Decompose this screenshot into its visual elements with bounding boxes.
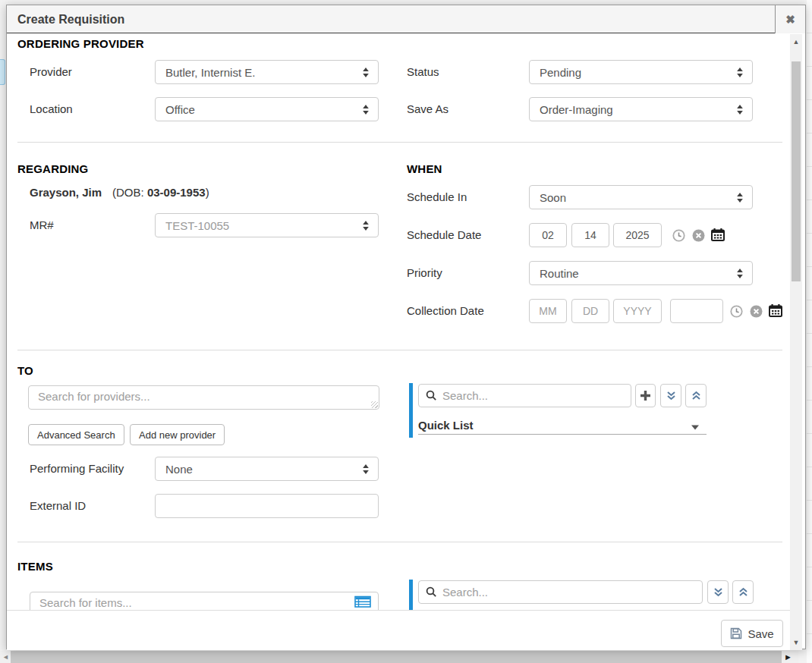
items-quick-search-input[interactable] [418, 580, 703, 604]
horizontal-scrollbar-thumb[interactable] [11, 651, 782, 663]
search-icon [426, 390, 437, 401]
double-chevron-down-icon[interactable] [707, 580, 729, 604]
performing-facility-label: Performing Facility [30, 462, 124, 475]
dialog-vertical-scrollbar[interactable]: ▲ ▼ [790, 34, 802, 650]
patient-info: Grayson, Jim (DOB: 03-09-1953 ) [30, 186, 209, 199]
location-select-value: Office [165, 103, 356, 116]
schedule-date-year-input[interactable] [613, 223, 662, 247]
section-divider [17, 542, 782, 542]
items-list-icon[interactable] [354, 595, 371, 610]
clear-icon[interactable] [748, 303, 763, 319]
location-select[interactable]: Office [155, 97, 379, 121]
external-id-input[interactable] [155, 494, 379, 518]
calendar-icon[interactable] [710, 227, 725, 242]
items-search-input[interactable] [30, 592, 379, 610]
performing-facility-select-value: None [165, 463, 356, 476]
priority-label: Priority [407, 266, 442, 279]
save-button[interactable]: Save [721, 620, 783, 647]
dob-value: 03-09-1953 [147, 186, 206, 199]
status-label: Status [407, 65, 439, 78]
close-icon[interactable]: ✖ [775, 5, 805, 33]
collection-date-label: Collection Date [407, 304, 484, 317]
section-divider [17, 142, 782, 143]
save-as-select[interactable]: Order-Imaging [529, 97, 753, 121]
scroll-right-icon[interactable]: ► [784, 653, 792, 661]
quick-list-accent-bar [409, 383, 413, 438]
items-quick-search [418, 580, 703, 604]
background-button-fragment [0, 59, 5, 85]
collection-time-input[interactable] [670, 299, 723, 323]
section-divider [17, 350, 782, 350]
priority-select[interactable]: Routine [529, 261, 753, 285]
add-new-provider-button[interactable]: Add new provider [130, 424, 225, 445]
updown-arrow-icon [362, 104, 370, 115]
collection-date-year-input[interactable] [613, 299, 662, 323]
schedule-date-day-input[interactable] [571, 223, 609, 247]
to-heading: TO [17, 364, 33, 377]
double-chevron-up-icon[interactable] [732, 580, 754, 604]
provider-quick-search [418, 384, 631, 407]
items-accent-bar [409, 580, 413, 610]
screen: ◄ ► Create Requisition ✖ ORDERING PROVID… [0, 0, 812, 663]
dialog-footer: Save [7, 610, 790, 650]
calendar-icon[interactable] [768, 303, 783, 318]
schedule-in-select-value: Soon [540, 191, 730, 204]
regarding-heading: REGARDING [17, 162, 88, 175]
quick-list-underline [418, 434, 707, 435]
resize-grip[interactable] [371, 401, 378, 408]
provider-quick-search-input[interactable] [418, 384, 631, 407]
location-label: Location [30, 102, 73, 115]
clock-icon[interactable] [671, 228, 686, 243]
schedule-in-label: Schedule In [407, 190, 467, 203]
dob-suffix: ) [206, 186, 209, 199]
clock-icon[interactable] [729, 303, 744, 319]
priority-select-value: Routine [540, 267, 730, 280]
caret-down-icon[interactable] [691, 420, 700, 434]
save-as-select-value: Order-Imaging [540, 103, 730, 116]
performing-facility-select[interactable]: None [155, 457, 379, 481]
patient-name: Grayson, Jim [30, 186, 102, 199]
mr-label: MR# [30, 218, 54, 231]
status-select[interactable]: Pending [529, 60, 753, 84]
dialog-title: Create Requisition [17, 5, 124, 33]
schedule-in-select[interactable]: Soon [529, 185, 753, 209]
mr-select-value: TEST-10055 [165, 219, 356, 232]
plus-icon[interactable] [635, 384, 656, 407]
provider-select[interactable]: Butler, Internist E. [155, 60, 379, 84]
status-select-value: Pending [540, 66, 730, 79]
ordering-provider-heading: ORDERING PROVIDER [17, 37, 144, 50]
page-horizontal-scrollbar[interactable]: ◄ ► [0, 651, 798, 663]
dialog-body: ORDERING PROVIDER Provider Butler, Inter… [7, 34, 790, 610]
updown-arrow-icon [736, 104, 744, 115]
save-button-label: Save [747, 627, 773, 640]
schedule-date-label: Schedule Date [407, 228, 481, 241]
provider-search-input[interactable] [28, 385, 379, 410]
provider-select-value: Butler, Internist E. [165, 66, 356, 79]
scroll-up-icon[interactable]: ▲ [790, 39, 802, 46]
scroll-left-icon[interactable]: ◄ [2, 654, 9, 661]
quick-list-header[interactable]: Quick List [418, 419, 474, 432]
dialog-titlebar: Create Requisition ✖ [7, 5, 805, 33]
create-requisition-dialog: Create Requisition ✖ ORDERING PROVIDER P… [6, 5, 806, 649]
schedule-date-month-input[interactable] [529, 223, 567, 247]
mr-select[interactable]: TEST-10055 [155, 213, 379, 237]
vertical-scrollbar-thumb[interactable] [792, 61, 801, 281]
updown-arrow-icon [736, 67, 744, 78]
dob-prefix: (DOB: [112, 186, 147, 199]
updown-arrow-icon [362, 67, 370, 78]
double-chevron-down-icon[interactable] [660, 384, 681, 407]
search-icon [426, 586, 437, 598]
collection-date-month-input[interactable] [529, 299, 567, 323]
collection-date-day-input[interactable] [571, 299, 609, 323]
background-page-strip [807, 0, 812, 663]
updown-arrow-icon [736, 268, 744, 279]
save-as-label: Save As [407, 102, 448, 115]
scroll-down-icon[interactable]: ▼ [790, 639, 802, 646]
advanced-search-button[interactable]: Advanced Search [28, 424, 124, 445]
double-chevron-up-icon[interactable] [685, 384, 707, 407]
updown-arrow-icon [736, 192, 744, 203]
updown-arrow-icon [362, 463, 370, 475]
updown-arrow-icon [362, 220, 370, 231]
clear-icon[interactable] [691, 228, 706, 243]
save-icon [730, 627, 742, 639]
